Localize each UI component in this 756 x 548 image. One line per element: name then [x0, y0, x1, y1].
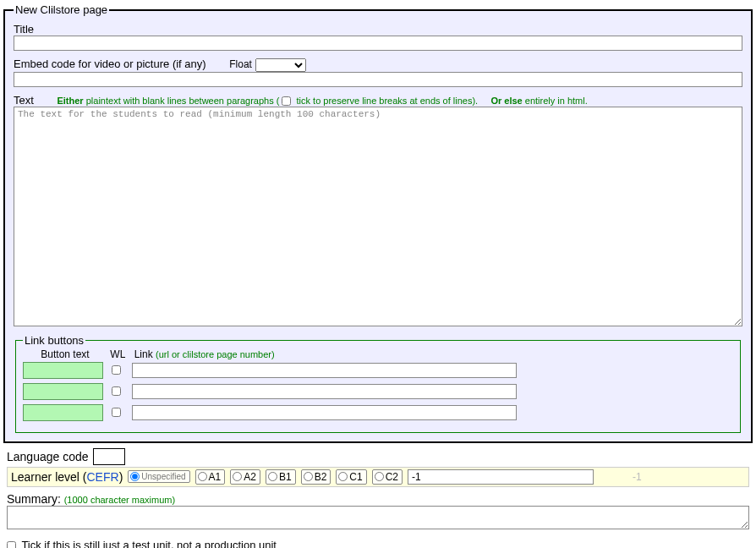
test-unit-label: Tick if this is still just a test unit, … [21, 539, 277, 548]
link-wl-checkbox[interactable] [112, 408, 121, 417]
cefr-unspecified[interactable]: Unspecified [128, 470, 189, 483]
cefr-radio[interactable] [233, 472, 242, 481]
header-button-text: Button text [23, 348, 107, 360]
link-url-input[interactable] [132, 384, 517, 399]
header-wl: WL [110, 348, 131, 360]
embed-label: Embed code for video or picture (if any) [14, 58, 206, 70]
link-row [23, 362, 733, 379]
cefr-b2[interactable]: B2 [301, 469, 331, 485]
cefr-c2[interactable]: C2 [372, 469, 403, 485]
preserve-linebreaks-checkbox[interactable] [282, 96, 291, 106]
learner-level-row: Learner level (CEFR) Unspecified A1 A2 B… [7, 467, 749, 487]
language-code-row: Language code [7, 448, 749, 465]
float-select[interactable] [255, 58, 306, 72]
link-url-input[interactable] [132, 363, 517, 378]
link-wl-checkbox[interactable] [112, 365, 121, 375]
text-textarea[interactable] [14, 107, 742, 326]
test-unit-row: Tick if this is still just a test unit, … [7, 539, 749, 548]
learner-level-label: Learner level (CEFR) [11, 470, 123, 484]
learner-level-ghost: -1 [633, 471, 642, 483]
text-label-row: Text Either plaintext with blank lines b… [14, 94, 742, 107]
link-url-input[interactable] [132, 405, 517, 420]
new-clilstore-fieldset: New Clilstore page Title Embed code for … [3, 3, 753, 443]
link-row [23, 404, 733, 421]
text-label: Text [14, 94, 34, 107]
summary-label: Summary: [7, 492, 61, 506]
text-html-note: entirely in html. [523, 96, 588, 106]
text-either: Either [57, 96, 83, 106]
summary-textarea[interactable] [7, 506, 749, 529]
link-button-text-input[interactable] [23, 362, 103, 379]
embed-label-row: Embed code for video or picture (if any)… [14, 58, 742, 72]
header-link: Link [134, 348, 153, 360]
cefr-a1[interactable]: A1 [195, 469, 226, 485]
title-label: Title [14, 23, 742, 36]
link-buttons-legend: Link buttons [23, 334, 85, 347]
link-wl-checkbox[interactable] [112, 386, 121, 396]
learner-level-number-input[interactable] [408, 469, 594, 485]
cefr-radio-unspecified[interactable] [130, 472, 140, 481]
embed-input[interactable] [14, 72, 742, 87]
cefr-radio[interactable] [375, 472, 384, 481]
cefr-radio[interactable] [268, 472, 277, 481]
cefr-c1[interactable]: C1 [336, 469, 366, 485]
cefr-a2[interactable]: A2 [230, 469, 260, 485]
header-link-wrap: Link (url or clilstore page number) [134, 348, 275, 360]
cefr-radio[interactable] [304, 472, 313, 481]
text-orelse: Or else [490, 96, 522, 106]
language-code-input[interactable] [93, 448, 125, 465]
link-buttons-header: Button text WL Link (url or clilstore pa… [23, 348, 733, 360]
text-hint: Either plaintext with blank lines betwee… [57, 96, 587, 106]
float-label: Float [229, 58, 252, 70]
text-plaintext-note: plaintext with blank lines between parag… [84, 96, 282, 106]
cefr-radio[interactable] [338, 472, 348, 481]
link-button-text-input[interactable] [23, 383, 103, 400]
cefr-radio[interactable] [198, 472, 207, 481]
summary-hint: (1000 character maximum) [64, 495, 175, 505]
header-link-hint: (url or clilstore page number) [156, 349, 275, 359]
link-button-text-input[interactable] [23, 404, 103, 421]
title-input[interactable] [14, 36, 742, 51]
fieldset-legend: New Clilstore page [14, 3, 109, 16]
text-tick-note: tick to preserve line breaks at ends of … [293, 96, 478, 106]
link-buttons-fieldset: Link buttons Button text WL Link (url or… [15, 334, 741, 433]
language-code-label: Language code [7, 449, 89, 463]
summary-row: Summary: (1000 character maximum) [7, 492, 749, 506]
link-row [23, 383, 733, 400]
cefr-link[interactable]: CEFR [87, 470, 119, 484]
test-unit-checkbox[interactable] [7, 541, 16, 548]
cefr-b1[interactable]: B1 [266, 469, 296, 485]
